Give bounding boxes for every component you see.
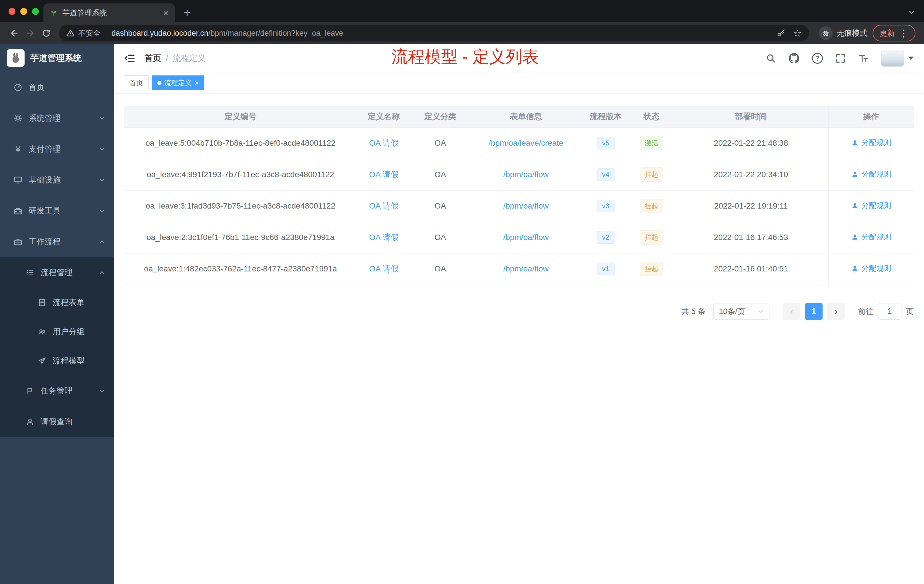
hamburger-icon[interactable] (124, 53, 135, 64)
person-icon (25, 417, 35, 427)
tag-home[interactable]: 首页 (124, 76, 148, 90)
tab-search-chevron-icon[interactable] (908, 8, 916, 16)
annotation-title: 流程模型 - 定义列表 (391, 46, 539, 68)
tab-close-icon[interactable]: × (163, 8, 168, 18)
sidebar-item-payment[interactable]: ¥ 支付管理 (0, 134, 114, 165)
pagination: 共 5 条 10条/页 ‹ 1 › 前往 页 (124, 303, 914, 320)
goto-page-input[interactable] (878, 303, 901, 320)
address-bar[interactable]: 不安全 dashboard.yudao.iocoder.cn /bpm/mana… (59, 25, 809, 41)
sidebar-item-infra[interactable]: 基础设施 (0, 165, 114, 195)
col-deploy-time: 部署时间 (674, 106, 828, 127)
chevron-down-icon (98, 145, 106, 153)
assign-rule-button[interactable]: 分配规则 (851, 201, 891, 211)
next-page-button[interactable]: › (827, 303, 845, 320)
back-button[interactable] (6, 25, 22, 41)
window-minimize-button[interactable] (20, 8, 27, 15)
sidebar-item-process-mgmt[interactable]: 流程管理 (0, 257, 114, 288)
incognito-icon (819, 26, 833, 40)
cell-deploy-time: 2022-01-22 21:48:38 (674, 127, 828, 159)
sidebar-item-process-model[interactable]: 流程模型 (0, 346, 114, 375)
sidebar-item-system[interactable]: 系统管理 (0, 103, 114, 134)
page-size-select[interactable]: 10条/页 (713, 303, 769, 320)
sidebar-item-process-form[interactable]: 流程表单 (0, 288, 114, 317)
page-content: 定义编号 定义名称 定义分类 表单信息 流程版本 状态 部署时间 操作 oa_l… (114, 93, 924, 584)
sidebar-item-leave-query[interactable]: 请假查询 (0, 406, 114, 437)
form-link[interactable]: /bpm/oa/leave/create (488, 139, 563, 147)
reload-button[interactable] (38, 25, 54, 41)
monitor-icon (13, 175, 23, 185)
address-divider (106, 29, 106, 38)
list-icon (25, 268, 35, 277)
definition-name-link[interactable]: OA 请假 (369, 264, 399, 273)
forward-button[interactable] (22, 25, 38, 41)
browser-toolbar: 不安全 dashboard.yudao.iocoder.cn /bpm/mana… (0, 22, 924, 44)
chevron-down-icon (98, 207, 106, 214)
security-label: 不安全 (78, 28, 101, 38)
help-icon[interactable]: ? (812, 53, 823, 64)
assign-rule-button[interactable]: 分配规则 (851, 264, 891, 274)
col-definition-name: 定义名称 (357, 106, 411, 127)
definition-name-link[interactable]: OA 请假 (369, 170, 399, 179)
cell-deploy-time: 2022-01-16 17:46:53 (674, 222, 828, 253)
new-tab-button[interactable]: + (180, 5, 195, 21)
definition-name-link[interactable]: OA 请假 (369, 233, 399, 242)
goto-unit-label: 页 (906, 306, 914, 317)
sidebar-item-task-mgmt[interactable]: 任务管理 (0, 375, 114, 406)
yen-icon: ¥ (13, 144, 23, 154)
sidebar-item-label: 流程模型 (53, 355, 84, 366)
sidebar-item-label: 流程表单 (53, 297, 84, 308)
window-close-button[interactable] (8, 8, 15, 15)
bookmark-star-icon[interactable]: ☆ (793, 27, 802, 39)
breadcrumb: 首页 / 流程定义 (145, 53, 206, 64)
page-number-1[interactable]: 1 (805, 303, 823, 320)
sidebar-item-label: 研发工具 (28, 205, 61, 216)
prev-page-button[interactable]: ‹ (782, 303, 800, 320)
search-icon[interactable] (766, 53, 776, 63)
tab-title: 芋道管理系统 (62, 8, 158, 18)
chevron-up-icon (98, 238, 106, 246)
app-logo (7, 49, 25, 67)
user-avatar-menu[interactable] (881, 50, 914, 66)
font-size-icon[interactable] (858, 53, 869, 63)
assign-rule-button[interactable]: 分配规则 (851, 169, 891, 179)
status-badge: 挂起 (640, 199, 663, 213)
fullscreen-icon[interactable] (835, 53, 846, 63)
table-row: oa_leave:2:3c1f0ef1-76b1-11ec-9c66-a2380… (124, 222, 914, 253)
breadcrumb-home[interactable]: 首页 (145, 53, 161, 64)
form-link[interactable]: /bpm/oa/flow (503, 170, 549, 179)
sidebar-item-devtools[interactable]: 研发工具 (0, 195, 114, 226)
window-maximize-button[interactable] (32, 8, 39, 15)
form-link[interactable]: /bpm/oa/flow (503, 233, 549, 242)
version-tag: v4 (597, 168, 615, 181)
browser-update-button[interactable]: 更新 ⋮ (873, 25, 916, 41)
sidebar-item-home[interactable]: 首页 (0, 72, 114, 103)
assign-rule-button[interactable]: 分配规则 (851, 138, 891, 148)
assign-rule-label: 分配规则 (861, 201, 891, 211)
tag-close-icon[interactable]: × (195, 79, 199, 87)
sidebar-item-workflow[interactable]: 工作流程 (0, 226, 114, 257)
tag-process-definition[interactable]: 流程定义 × (152, 76, 204, 90)
assign-rule-button[interactable]: 分配规则 (851, 232, 891, 242)
active-dot (157, 81, 162, 85)
form-link[interactable]: /bpm/oa/flow (503, 201, 549, 210)
sidebar-item-user-group[interactable]: 用户分组 (0, 317, 114, 346)
chevron-up-icon (98, 269, 106, 276)
key-icon[interactable] (777, 28, 786, 38)
breadcrumb-current: 流程定义 (173, 53, 206, 64)
cell-definition-id: oa_leave:1:482ec033-762a-11ec-8477-a2380… (124, 253, 357, 285)
app-title: 芋道管理系统 (30, 52, 82, 64)
url-path: /bpm/manager/definition?key=oa_leave (208, 29, 343, 38)
tags-view-bar: 首页 流程定义 × (114, 73, 924, 93)
cell-category: OA (411, 159, 470, 190)
sidebar-item-label: 请假查询 (41, 416, 73, 427)
definition-name-link[interactable]: OA 请假 (369, 201, 399, 210)
browser-menu-kebab-icon[interactable]: ⋮ (899, 28, 909, 38)
github-icon[interactable] (789, 53, 799, 64)
form-link[interactable]: /bpm/oa/flow (503, 264, 549, 273)
sidebar-item-label: 工作流程 (28, 236, 61, 247)
col-status: 状态 (629, 106, 674, 127)
app-logo-row[interactable]: 芋道管理系统 (0, 44, 114, 72)
definition-name-link[interactable]: OA 请假 (369, 139, 399, 147)
update-label: 更新 (879, 28, 895, 38)
browser-tab[interactable]: 芋道管理系统 × (43, 3, 175, 22)
